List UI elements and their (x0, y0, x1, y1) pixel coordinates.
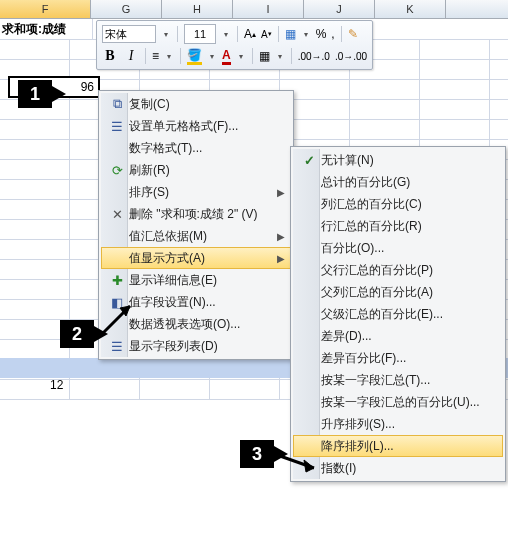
submenu-running-total[interactable]: 按某一字段汇总(T)... (293, 369, 503, 391)
menu-delete[interactable]: ✕ 删除 "求和项:成绩 2" (V) (101, 203, 291, 225)
format-cells-icon: ☰ (105, 119, 129, 134)
fill-color-icon[interactable]: 🪣 (186, 46, 203, 66)
column-headers: F G H I J K (0, 0, 508, 19)
check-icon: ✓ (297, 153, 321, 168)
col-header-H[interactable]: H (162, 0, 233, 18)
submenu-pct-diff[interactable]: 差异百分比(F)... (293, 347, 503, 369)
align-center-icon[interactable]: ≡ (151, 46, 160, 66)
shrink-font-icon[interactable]: A▾ (260, 24, 273, 44)
col-header-K[interactable]: K (375, 0, 446, 18)
submenu-arrow-icon: ▶ (277, 253, 287, 264)
menu-summarize[interactable]: 值汇总依据(M) ▶ (101, 225, 291, 247)
font-name-select[interactable] (101, 24, 157, 44)
format-painter-icon[interactable]: ✎ (347, 24, 359, 44)
menu-number-format[interactable]: 数字格式(T)... (101, 137, 291, 159)
submenu-pct-parent-col[interactable]: 父列汇总的百分比(A) (293, 281, 503, 303)
menu-show-detail[interactable]: ✚ 显示详细信息(E) (101, 269, 291, 291)
submenu-arrow-icon: ▶ (277, 187, 287, 198)
col-header-G[interactable]: G (91, 0, 162, 18)
comma-icon[interactable]: , (330, 24, 335, 44)
font-color-icon[interactable]: A (221, 46, 232, 66)
submenu-arrow-icon: ▶ (277, 231, 287, 242)
font-name-dd-icon[interactable]: ▾ (160, 25, 172, 43)
refresh-icon: ⟳ (105, 163, 129, 178)
copy-icon: ⧉ (105, 96, 129, 112)
menu-refresh[interactable]: ⟳ 刷新(R) (101, 159, 291, 181)
submenu-pct-parent-row[interactable]: 父行汇总的百分比(P) (293, 259, 503, 281)
percent-icon[interactable]: % (315, 24, 328, 44)
callout-2: 2 (60, 320, 94, 348)
col-header-J[interactable]: J (304, 0, 375, 18)
grow-font-icon[interactable]: A▴ (243, 24, 257, 44)
col-header-I[interactable]: I (233, 0, 304, 18)
submenu-pct-row[interactable]: 行汇总的百分比(R) (293, 215, 503, 237)
font-size-dd-icon[interactable]: ▾ (220, 25, 232, 43)
submenu-rank-asc[interactable]: 升序排列(S)... (293, 413, 503, 435)
decrease-decimal-icon[interactable]: .0→.00 (334, 46, 368, 66)
menu-copy[interactable]: ⧉ 复制(C) (101, 93, 291, 115)
submenu-pct-grand[interactable]: 总计的百分比(G) (293, 171, 503, 193)
callout-3: 3 (240, 440, 274, 468)
borders-icon[interactable]: ▦ (258, 46, 271, 66)
show-values-submenu: ✓ 无计算(N) 总计的百分比(G) 列汇总的百分比(C) 行汇总的百分比(R)… (290, 146, 506, 482)
col-header-F[interactable]: F (0, 0, 91, 18)
accounting-format-icon[interactable]: ▦ (284, 24, 297, 44)
submenu-pct-parent[interactable]: 父级汇总的百分比(E)... (293, 303, 503, 325)
delete-icon: ✕ (105, 207, 129, 222)
font-size-select[interactable] (183, 24, 217, 44)
menu-format-cells[interactable]: ☰ 设置单元格格式(F)... (101, 115, 291, 137)
menu-sort[interactable]: 排序(S) ▶ (101, 181, 291, 203)
submenu-pct-running[interactable]: 按某一字段汇总的百分比(U)... (293, 391, 503, 413)
submenu-pct-of[interactable]: 百分比(O)... (293, 237, 503, 259)
menu-show-values-as[interactable]: 值显示方式(A) ▶ (101, 247, 291, 269)
submenu-no-calc[interactable]: ✓ 无计算(N) (293, 149, 503, 171)
italic-button[interactable]: I (122, 46, 140, 66)
submenu-diff[interactable]: 差异(D)... (293, 325, 503, 347)
callout-1: 1 (18, 80, 52, 108)
increase-decimal-icon[interactable]: .00→.0 (297, 46, 331, 66)
submenu-pct-col[interactable]: 列汇总的百分比(C) (293, 193, 503, 215)
mini-toolbar: ▾ ▾ A▴ A▾ ▦ ▾ % , ✎ B I ≡ ▾ 🪣 ▾ A ▾ ▦ ▾ … (96, 20, 373, 70)
detail-icon: ✚ (105, 273, 129, 288)
bold-button[interactable]: B (101, 46, 119, 66)
total-cell: 12 (50, 378, 63, 392)
pivot-value-header[interactable]: 求和项:成绩 (0, 19, 93, 39)
